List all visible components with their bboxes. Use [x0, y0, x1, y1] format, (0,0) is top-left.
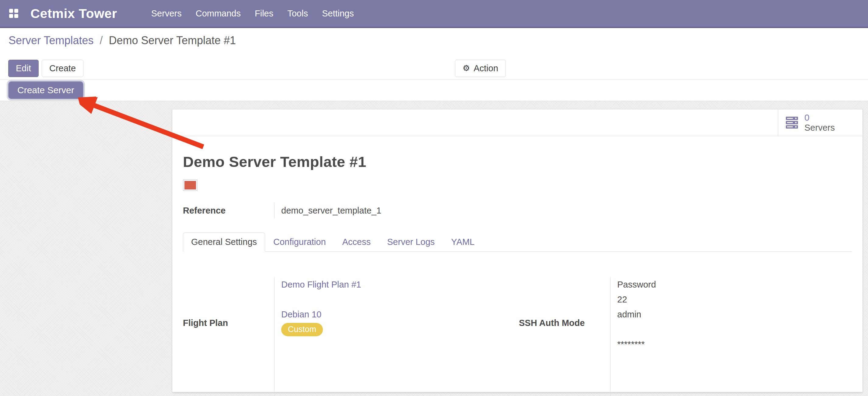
breadcrumb-current: Demo Server Template #1 [109, 34, 236, 47]
ssh-port-value: 22 [617, 292, 851, 307]
action-button[interactable]: ⚙ Action [455, 60, 506, 77]
ssh-auth-mode-value: Password [617, 277, 851, 292]
create-button[interactable]: Create [42, 60, 83, 77]
flight-plan-label: Flight Plan [183, 277, 274, 369]
app-brand[interactable]: Cetmix Tower [30, 6, 117, 21]
top-navbar: Cetmix Tower Servers Commands Files Tool… [0, 0, 868, 28]
card-header: 0 Servers [172, 109, 863, 136]
apps-grid-icon[interactable] [9, 9, 18, 18]
gear-icon: ⚙ [463, 64, 470, 73]
record-buttons: Edit Create [8, 60, 83, 77]
ssh-auth-mode-label: SSH Auth Mode [519, 277, 610, 369]
status-bar: Create Server [0, 80, 868, 101]
nav-item-files[interactable]: Files [255, 8, 273, 19]
breadcrumb-separator: / [99, 34, 102, 47]
nav-item-servers[interactable]: Servers [151, 8, 182, 19]
ssh-private-key-value [617, 352, 851, 367]
record-title: Demo Server Template #1 [183, 153, 851, 170]
color-swatch [183, 179, 197, 191]
main-menu: Servers Commands Files Tools Settings [151, 8, 354, 19]
form-sheet: Demo Server Template #1 Reference demo_s… [172, 136, 863, 396]
on-delete-plan-label: On Delete Plan [183, 369, 274, 396]
field-groups: Flight Plan On Delete Plan Operating Sys… [183, 277, 851, 396]
edit-button[interactable]: Edit [8, 60, 39, 77]
servers-stat-button[interactable]: 0 Servers [778, 109, 863, 136]
operating-system-value: Debian 10 [281, 307, 519, 322]
tab-server-logs[interactable]: Server Logs [379, 232, 443, 252]
use-sudo-value [617, 322, 851, 337]
operating-system-link[interactable]: Debian 10 [281, 310, 321, 319]
create-server-button[interactable]: Create Server [8, 81, 83, 99]
tab-general-settings[interactable]: General Settings [183, 232, 265, 252]
tab-configuration[interactable]: Configuration [265, 232, 334, 252]
ssh-port-label: SSH port [519, 369, 610, 396]
nav-item-commands[interactable]: Commands [196, 8, 241, 19]
tab-yaml[interactable]: YAML [443, 232, 483, 252]
field-group-left: Flight Plan On Delete Plan Operating Sys… [183, 277, 519, 396]
server-template-form-card: 0 Servers Demo Server Template #1 Refere… [172, 109, 863, 392]
action-button-label: Action [473, 63, 498, 74]
tab-access[interactable]: Access [334, 232, 379, 252]
servers-count: 0 [804, 112, 835, 123]
page: Cetmix Tower Servers Commands Files Tool… [0, 0, 868, 396]
flight-plan-value: Demo Flight Plan #1 [281, 277, 519, 292]
control-panel: Server Templates / Demo Server Template … [0, 28, 868, 80]
breadcrumb: Server Templates / Demo Server Template … [8, 34, 236, 47]
content-area: 0 Servers Demo Server Template #1 Refere… [0, 101, 868, 396]
servers-stack-icon [785, 116, 799, 129]
breadcrumb-parent-link[interactable]: Server Templates [8, 34, 93, 47]
nav-item-tools[interactable]: Tools [287, 8, 308, 19]
on-delete-plan-value [281, 292, 519, 307]
tags-value: Custom [281, 322, 519, 337]
tag-custom: Custom [281, 323, 323, 336]
servers-count-label: Servers [804, 123, 835, 133]
reference-value: demo_server_template_1 [274, 203, 381, 219]
field-group-right: SSH Auth Mode SSH port SSH Username Use … [519, 277, 851, 396]
flight-plan-link[interactable]: Demo Flight Plan #1 [281, 280, 361, 290]
reference-label: Reference [183, 206, 274, 216]
ssh-username-value: admin [617, 307, 851, 322]
nav-item-settings[interactable]: Settings [322, 8, 354, 19]
reference-row: Reference demo_server_template_1 [183, 203, 851, 219]
notebook-tabs: General Settings Configuration Access Se… [183, 232, 851, 252]
ssh-password-value: ******** [617, 337, 851, 352]
